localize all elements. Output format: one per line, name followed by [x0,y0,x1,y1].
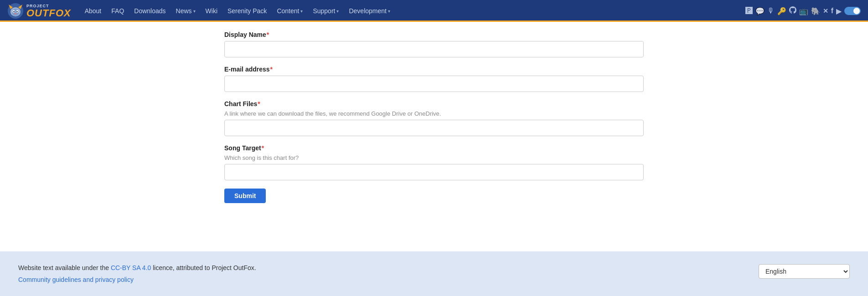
theme-toggle[interactable] [844,7,861,15]
content-caret: ▾ [300,9,303,14]
nav-development[interactable]: Development▾ [344,5,395,17]
chart-files-hint: A link where we can download the files, … [224,110,644,117]
main-content: Display Name* E-mail address* Chart File… [0,22,868,251]
nav-social-icons: 🅿 💬 🎙 🔑 📺 🐘 ✕ f ▶ [745,6,861,15]
development-caret: ▾ [388,9,390,14]
song-target-group: Song Target* Which song is this chart fo… [224,144,644,180]
cc-license-link[interactable]: CC-BY SA 4.0 [111,264,151,271]
podcast-icon[interactable]: 🎙 [767,7,775,15]
email-input[interactable] [224,76,644,92]
display-name-input[interactable] [224,41,644,57]
footer-left: Website text available under the CC-BY S… [18,264,256,283]
navbar: PROJECT OUTFOX About FAQ Downloads News▾… [0,0,868,22]
footer-license-text: Website text available under the CC-BY S… [18,264,256,271]
youtube-icon[interactable]: ▶ [836,7,842,15]
display-name-label: Display Name* [224,31,644,38]
svg-point-9 [14,13,17,15]
chart-files-input[interactable] [224,120,644,136]
email-label: E-mail address* [224,66,644,73]
song-target-required: * [262,144,264,152]
nav-links: About FAQ Downloads News▾ Wiki Serenity … [80,5,745,17]
nav-wiki[interactable]: Wiki [201,5,222,17]
language-select[interactable]: EnglishFrançaisDeutschEspañol日本語 [759,264,850,279]
community-guidelines-link[interactable]: Community guidelines and privacy policy [18,276,256,283]
logo-outfox-label: OUTFOX [26,8,71,18]
logo-link[interactable]: PROJECT OUTFOX [7,3,71,19]
nav-support[interactable]: Support▾ [308,5,343,17]
mastodon-icon[interactable]: 🐘 [811,7,820,15]
nav-content[interactable]: Content▾ [272,5,307,17]
chart-files-group: Chart Files* A link where we can downloa… [224,100,644,136]
github-icon[interactable] [789,6,796,15]
email-required: * [270,66,273,73]
nav-serenity[interactable]: Serenity Pack [223,5,271,17]
nav-downloads[interactable]: Downloads [129,5,170,17]
patreon-icon[interactable]: 🅿 [745,7,753,15]
submit-button[interactable]: Submit [224,189,266,203]
logo-icon [7,3,24,19]
nav-faq[interactable]: FAQ [107,5,129,17]
svg-point-7 [13,11,15,12]
chart-files-label: Chart Files* [224,100,644,107]
nav-about[interactable]: About [80,5,106,17]
x-icon[interactable]: ✕ [823,7,828,15]
song-target-input[interactable] [224,164,644,180]
support-caret: ▾ [336,9,339,14]
news-caret: ▾ [193,9,196,14]
facebook-icon[interactable]: f [831,7,833,15]
display-name-group: Display Name* [224,31,644,57]
svg-point-8 [16,11,18,12]
discord-icon[interactable]: 💬 [755,7,765,15]
email-group: E-mail address* [224,66,644,92]
nav-news[interactable]: News▾ [171,5,200,17]
twitch-icon[interactable]: 📺 [799,7,808,15]
chart-files-required: * [258,100,260,107]
song-target-label: Song Target* [224,144,644,152]
form-container: Display Name* E-mail address* Chart File… [215,31,653,203]
key-icon[interactable]: 🔑 [777,7,786,15]
logo-text: PROJECT OUTFOX [26,4,71,18]
display-name-required: * [267,31,269,38]
song-target-hint: Which song is this chart for? [224,154,644,161]
footer: Website text available under the CC-BY S… [0,251,868,296]
footer-right: EnglishFrançaisDeutschEspañol日本語 [759,264,850,279]
